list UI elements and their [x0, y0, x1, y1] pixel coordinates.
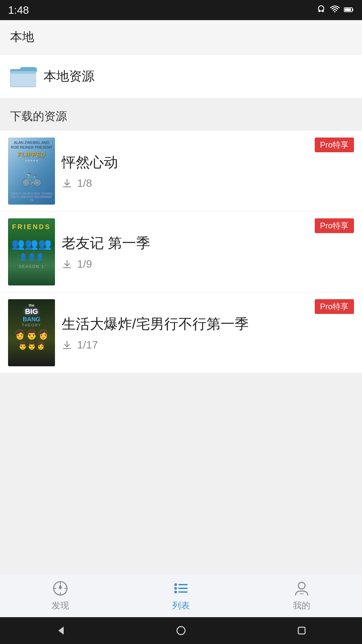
movie-info-bigbang: 生活大爆炸/宅男行不行第一季 1/17 [55, 311, 354, 355]
home-button[interactable] [171, 621, 191, 641]
download-count-flipped: 1/8 [77, 177, 92, 190]
movie-item-flipped[interactable]: ALAN ZWEIBEL AND ROB REINER PRESENT FLIP… [0, 131, 362, 212]
movie-item-friends[interactable]: FRIENDS 👥👥👥 👤👤👤 SEASON 1 老友记 第一季 [0, 212, 362, 292]
local-resources-section[interactable]: 本地资源 [0, 54, 362, 98]
svg-rect-29 [298, 627, 305, 634]
download-count-bigbang: 1/17 [77, 339, 98, 351]
movie-title-flipped: 怦然心动 [62, 153, 347, 172]
android-nav [0, 617, 362, 644]
movie-info-flipped: 怦然心动 1/8 [55, 150, 354, 193]
nav-item-list[interactable]: 列表 [159, 576, 203, 615]
movie-poster-bigbang: the BIG BANG THEORY 👩👨👩 👨👨👩 [8, 299, 55, 366]
status-time: 1:48 [8, 4, 29, 16]
page-title: 本地 [10, 30, 34, 44]
svg-rect-4 [352, 9, 353, 11]
svg-point-28 [177, 627, 185, 635]
svg-rect-2 [322, 10, 324, 12]
movie-poster-friends: FRIENDS 👥👥👥 👤👤👤 SEASON 1 [8, 218, 55, 285]
wifi-icon [330, 5, 340, 15]
movie-item-bigbang[interactable]: the BIG BANG THEORY 👩👨👩 👨👨👩 生活大爆炸/宅男行不行第… [0, 292, 362, 373]
nav-label-discover: 发现 [52, 600, 69, 611]
back-button[interactable] [50, 621, 70, 641]
svg-point-17 [174, 583, 177, 586]
nav-item-discover[interactable]: 发现 [38, 576, 82, 615]
movie-info-friends: 老友记 第一季 1/9 [55, 230, 354, 274]
download-icon [62, 178, 72, 189]
downloaded-title: 下载的资源 [10, 110, 67, 122]
bottom-nav: 发现 列表 我的 [0, 574, 362, 617]
recents-button[interactable] [292, 621, 312, 641]
download-info-bigbang: 1/17 [62, 339, 347, 351]
list-icon [172, 580, 190, 597]
headphone-icon [316, 4, 326, 16]
local-resources-title: 本地资源 [44, 68, 95, 85]
nav-item-mine[interactable]: 我的 [280, 576, 324, 615]
svg-point-19 [174, 587, 177, 590]
svg-rect-9 [11, 71, 36, 74]
downloaded-section-header: 下载的资源 [0, 99, 362, 131]
battery-icon [344, 5, 354, 15]
movie-title-friends: 老友记 第一季 [62, 234, 347, 253]
svg-point-21 [174, 591, 177, 593]
download-info-friends: 1/9 [62, 258, 347, 270]
app-header: 本地 [0, 20, 362, 54]
download-icon-2 [62, 259, 72, 269]
movie-title-bigbang: 生活大爆炸/宅男行不行第一季 [62, 315, 347, 333]
svg-point-23 [298, 582, 305, 589]
movie-poster-flipped: ALAN ZWEIBEL AND ROB REINER PRESENT FLIP… [8, 138, 55, 205]
svg-marker-27 [58, 627, 64, 635]
pro-badge-friends: Pro特享 [315, 218, 354, 233]
movie-list: ALAN ZWEIBEL AND ROB REINER PRESENT FLIP… [0, 131, 362, 373]
download-icon-3 [62, 339, 72, 350]
pro-badge-flipped: Pro特享 [315, 138, 354, 152]
svg-rect-1 [318, 10, 320, 12]
download-count-friends: 1/9 [77, 258, 92, 270]
download-info-flipped: 1/8 [62, 177, 347, 190]
status-icons [316, 4, 354, 16]
nav-label-mine: 我的 [293, 600, 310, 611]
svg-rect-5 [345, 8, 351, 11]
folder-icon [10, 64, 37, 88]
compass-icon [52, 580, 69, 597]
nav-label-list: 列表 [172, 600, 190, 611]
status-bar: 1:48 [0, 0, 362, 20]
person-icon [293, 580, 310, 597]
content-spacer [0, 373, 362, 474]
pro-badge-bigbang: Pro特享 [315, 299, 354, 314]
content-area: 本地资源 下载的资源 ALAN ZWEIBEL AND ROB REINER P… [0, 54, 362, 574]
